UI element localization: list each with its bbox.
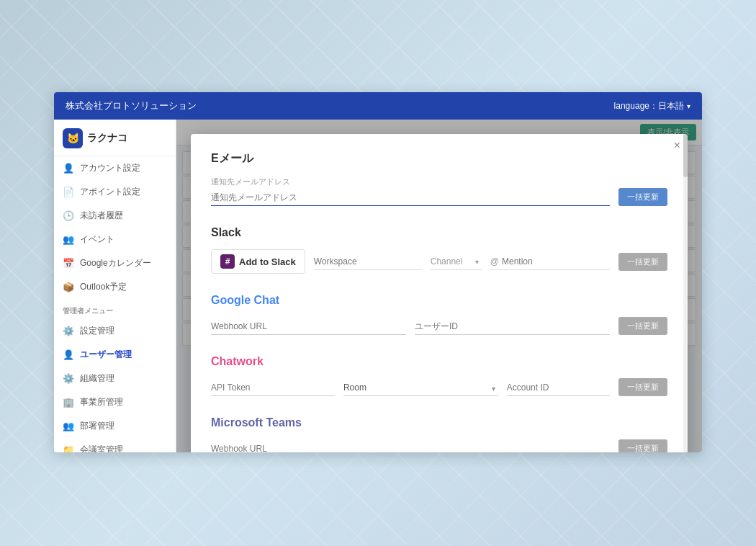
- mention-field: @: [490, 254, 610, 270]
- slack-section-title: Slack: [211, 226, 667, 239]
- sidebar-item-outlook[interactable]: 📦 Outlook予定: [54, 275, 176, 299]
- teams-field-row: 一括更新: [211, 439, 667, 452]
- sidebar-item-label: Outlook予定: [80, 281, 127, 293]
- settings-icon: ⚙️: [63, 326, 74, 337]
- sidebar-item-appointment[interactable]: 📄 アポイント設定: [54, 180, 176, 204]
- teams-webhook-input[interactable]: [211, 441, 610, 452]
- appointment-icon: 📄: [63, 187, 74, 198]
- outlook-icon: 📦: [63, 282, 74, 293]
- workspace-field-group: [314, 254, 422, 270]
- sidebar-item-google-cal[interactable]: 📅 Googleカレンダー: [54, 251, 176, 275]
- userid-field-group: [415, 318, 610, 335]
- sidebar-item-department[interactable]: 👥 部署管理: [54, 414, 176, 438]
- chatwork-section-title: Chatwork: [211, 355, 667, 368]
- sidebar-item-label: アポイント設定: [80, 186, 140, 198]
- sidebar-item-label: アカウント設定: [80, 162, 140, 174]
- sidebar-item-label: Googleカレンダー: [80, 257, 151, 269]
- modal-body: Eメール 通知先メールアドレス 一括更新 Slack: [191, 134, 688, 452]
- google-chat-field-row: 一括更新: [211, 317, 667, 335]
- sidebar-item-label: ユーザー管理: [80, 349, 132, 361]
- sidebar-item-label: 会議室管理: [80, 444, 123, 452]
- teams-section: Microsoft Teams 一括更新: [211, 416, 667, 452]
- gchat-webhook-input[interactable]: [211, 318, 406, 335]
- sidebar-item-label: 事業所管理: [80, 396, 123, 408]
- slack-update-button[interactable]: 一括更新: [618, 253, 667, 271]
- scrollbar-thumb[interactable]: [683, 134, 688, 177]
- teams-section-title: Microsoft Teams: [211, 416, 667, 429]
- sidebar-item-label: 部署管理: [80, 420, 114, 432]
- department-icon: 👥: [63, 421, 74, 432]
- email-field-group: 通知先メールアドレス: [211, 176, 610, 206]
- chatwork-api-token-input[interactable]: [211, 380, 335, 396]
- modal-dialog: × Eメール 通知先メールアドレス 一括更新: [191, 134, 688, 452]
- logo-text: ラクナコ: [87, 132, 127, 145]
- sidebar-logo: 🐱 ラクナコ: [54, 120, 176, 156]
- api-token-field-group: [211, 380, 335, 396]
- app-body: 🐱 ラクナコ 👤 アカウント設定 📄 アポイント設定 🕒 未訪者履歴 👥 イベン…: [54, 120, 702, 452]
- email-update-button[interactable]: 一括更新: [618, 188, 667, 206]
- app-header: 株式会社プロトソリューション language：日本語 ▾: [54, 92, 702, 120]
- email-section: Eメール 通知先メールアドレス 一括更新: [211, 151, 667, 206]
- email-field-row: 通知先メールアドレス 一括更新: [211, 176, 667, 206]
- add-to-slack-label: Add to Slack: [239, 256, 296, 267]
- meeting-icon: 📁: [63, 444, 74, 453]
- google-chat-section: Google Chat 一括更新: [211, 294, 667, 335]
- account-icon: 👤: [63, 163, 74, 174]
- org-icon: ⚙️: [63, 373, 74, 385]
- header-language[interactable]: language：日本語 ▾: [614, 100, 690, 112]
- google-cal-icon: 📅: [63, 258, 74, 269]
- sidebar-item-label: 設定管理: [80, 325, 114, 337]
- account-field-group: [507, 380, 610, 396]
- mention-input[interactable]: [502, 256, 610, 267]
- event-icon: 👥: [63, 234, 74, 246]
- sidebar-item-visitor[interactable]: 🕒 未訪者履歴: [54, 204, 176, 228]
- at-symbol: @: [490, 256, 499, 267]
- scrollbar[interactable]: [683, 134, 688, 452]
- channel-wrapper: Channel: [431, 254, 482, 270]
- sidebar-item-label: イベント: [80, 233, 114, 246]
- workspace-input[interactable]: [314, 254, 422, 270]
- slack-icon: #: [220, 254, 235, 269]
- webhook-field-group: [211, 318, 406, 335]
- teams-update-button[interactable]: 一括更新: [618, 439, 667, 452]
- sidebar: 🐱 ラクナコ 👤 アカウント設定 📄 アポイント設定 🕒 未訪者履歴 👥 イベン…: [54, 120, 176, 452]
- chatwork-update-button[interactable]: 一括更新: [618, 378, 667, 396]
- user-icon: 👤: [63, 349, 74, 361]
- chatwork-section: Chatwork Room ▾: [211, 355, 667, 396]
- sidebar-item-office[interactable]: 🏢 事業所管理: [54, 390, 176, 414]
- gchat-update-button[interactable]: 一括更新: [618, 317, 667, 335]
- sidebar-item-settings[interactable]: ⚙️ 設定管理: [54, 319, 176, 343]
- app-window: 株式会社プロトソリューション language：日本語 ▾ 🐱 ラクナコ 👤 ア…: [54, 92, 702, 452]
- visitor-icon: 🕒: [63, 210, 74, 222]
- sidebar-item-user[interactable]: 👤 ユーザー管理: [54, 343, 176, 367]
- sidebar-item-label: 未訪者履歴: [80, 210, 123, 222]
- logo-icon: 🐱: [63, 128, 83, 148]
- chatwork-account-input[interactable]: [507, 380, 610, 396]
- room-field-group: Room ▾: [343, 380, 498, 396]
- chatwork-room-select[interactable]: Room: [343, 380, 498, 396]
- channel-select[interactable]: Channel: [431, 254, 482, 270]
- email-section-title: Eメール: [211, 151, 667, 166]
- sidebar-item-meeting[interactable]: 📁 会議室管理: [54, 438, 176, 452]
- sidebar-section-admin: 管理者メニュー: [54, 299, 176, 319]
- header-title: 株式会社プロトソリューション: [66, 99, 197, 112]
- modal-close-button[interactable]: ×: [674, 140, 680, 151]
- slack-section: Slack # Add to Slack: [211, 226, 667, 274]
- sidebar-item-org[interactable]: ⚙️ 組織管理: [54, 367, 176, 390]
- chatwork-field-row: Room ▾ 一括更新: [211, 378, 667, 396]
- sidebar-item-account[interactable]: 👤 アカウント設定: [54, 156, 176, 180]
- gchat-userid-input[interactable]: [415, 318, 610, 335]
- add-to-slack-button[interactable]: # Add to Slack: [211, 249, 305, 274]
- modal-overlay[interactable]: × Eメール 通知先メールアドレス 一括更新: [176, 120, 702, 452]
- office-icon: 🏢: [63, 397, 74, 408]
- language-label: language：日本語: [614, 100, 684, 112]
- google-chat-section-title: Google Chat: [211, 294, 667, 307]
- chevron-down-icon: ▾: [687, 102, 690, 110]
- email-field-label: 通知先メールアドレス: [211, 176, 610, 187]
- main-content: 表示/非表示 ✏️ 🔒 🗑 ✏️ 🔒 🗑 ✏️: [176, 120, 702, 452]
- sidebar-item-event[interactable]: 👥 イベント: [54, 228, 176, 251]
- email-input[interactable]: [211, 189, 610, 206]
- teams-webhook-field-group: [211, 441, 610, 452]
- sidebar-item-label: 組織管理: [80, 372, 114, 385]
